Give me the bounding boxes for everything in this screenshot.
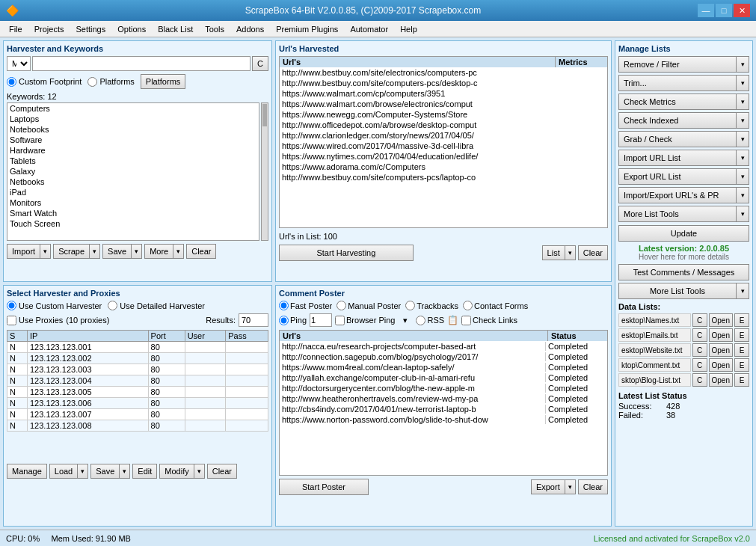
menu-tools[interactable]: Tools	[199, 23, 230, 35]
list-item[interactable]: http://yallah.exchange/computer-club-in-…	[280, 372, 607, 383]
prefix-dropdown[interactable]: M	[7, 56, 31, 71]
test-comments-button[interactable]: Test Comments / Messages	[618, 264, 749, 280]
menu-blacklist[interactable]: Black List	[152, 23, 199, 35]
clear-urls-button[interactable]: Clear	[578, 245, 608, 260]
clear-proxies-button[interactable]: Clear	[207, 464, 237, 479]
export-arrow-button[interactable]: ▾	[565, 479, 576, 494]
list-item[interactable]: http://nacca.eu/research-projects/comput…	[280, 341, 607, 352]
modify-button[interactable]: Modify	[159, 464, 193, 479]
trim-arrow[interactable]: ▾	[736, 75, 749, 91]
maximize-button[interactable]: □	[716, 4, 732, 17]
menu-addons[interactable]: Addons	[230, 23, 270, 35]
data-list-c-btn-4[interactable]: C	[692, 358, 707, 372]
data-list-open-btn-1[interactable]: Open	[709, 313, 733, 327]
list-item[interactable]: Notebooks	[7, 124, 259, 135]
load-arrow-button[interactable]: ▾	[77, 464, 88, 479]
check-metrics-button[interactable]: Check Metrics	[618, 93, 736, 110]
update-button[interactable]: Update	[618, 225, 749, 242]
list-item[interactable]: http://connection.sagepub.com/blog/psych…	[280, 352, 607, 362]
manage-proxies-button[interactable]: Manage	[7, 464, 47, 479]
list-item[interactable]: Netbooks	[7, 177, 259, 187]
menu-automator[interactable]: Automator	[344, 23, 394, 35]
remove-filter-arrow[interactable]: ▾	[736, 56, 749, 73]
list-item[interactable]: http://www.heatheronhertravels.com/revie…	[280, 393, 607, 404]
import-url-arrow[interactable]: ▾	[736, 150, 749, 166]
results-input[interactable]	[239, 313, 268, 327]
export-url-button[interactable]: Export URL List	[618, 168, 736, 185]
list-button[interactable]: List	[542, 245, 565, 260]
data-list-e-btn-5[interactable]: E	[734, 373, 749, 387]
import-arrow-button[interactable]: ▾	[40, 244, 51, 259]
proxy-save-arrow-button[interactable]: ▾	[119, 464, 130, 479]
url-list[interactable]: http://www.bestbuy.com/site/electronics/…	[279, 67, 608, 228]
start-poster-button[interactable]: Start Poster	[279, 479, 369, 495]
data-list-e-btn-4[interactable]: E	[734, 358, 749, 372]
menu-projects[interactable]: Projects	[28, 23, 70, 35]
data-list-e-btn-3[interactable]: E	[734, 343, 749, 357]
scrape-button[interactable]: Scrape	[53, 244, 89, 259]
import-button[interactable]: Import	[7, 244, 40, 259]
minimize-button[interactable]: —	[698, 4, 714, 17]
data-list-e-btn-2[interactable]: E	[734, 328, 749, 342]
contact-forms-radio[interactable]: Contact Forms	[463, 301, 528, 310]
list-item[interactable]: Smart Watch	[7, 208, 259, 218]
fast-poster-radio[interactable]: Fast Poster	[279, 301, 332, 310]
more-list-tools-bottom-button[interactable]: More List Tools	[618, 283, 736, 299]
data-list-open-btn-5[interactable]: Open	[709, 373, 733, 387]
list-item[interactable]: https://www.norton-password.com/blog/sli…	[280, 414, 607, 425]
comment-url-list[interactable]: http://nacca.eu/research-projects/comput…	[279, 341, 608, 476]
list-item[interactable]: Touch Screen	[7, 218, 259, 229]
data-list-e-btn-1[interactable]: E	[734, 313, 749, 327]
check-indexed-button[interactable]: Check Indexed	[618, 112, 736, 129]
import-url-button[interactable]: Import URL List	[618, 150, 736, 166]
list-item[interactable]: http://www.bestbuy.com/site/computers-pc…	[280, 172, 607, 182]
rss-radio[interactable]: RSS	[416, 316, 444, 325]
menu-file[interactable]: File	[3, 23, 28, 35]
data-list-c-btn-1[interactable]: C	[692, 313, 707, 327]
list-item[interactable]: http://www.bestbuy.com/site/electronics/…	[280, 67, 607, 78]
data-list-c-btn-2[interactable]: C	[692, 328, 707, 342]
menu-help[interactable]: Help	[394, 23, 423, 35]
list-item[interactable]: http://cbs4indy.com/2017/04/01/new-terro…	[280, 404, 607, 414]
clear-comment-button[interactable]: Clear	[578, 479, 608, 494]
keyword-input[interactable]	[32, 56, 251, 71]
more-arrow-button[interactable]: ▾	[173, 244, 184, 259]
remove-filter-button[interactable]: Remove / Filter	[618, 56, 736, 73]
check-metrics-arrow[interactable]: ▾	[736, 93, 749, 110]
custom-footprint-radio[interactable]: Custom Footprint	[7, 77, 82, 87]
start-harvesting-button[interactable]: Start Harvesting	[279, 245, 414, 261]
list-item[interactable]: https://www.walmart.com/browse/electroni…	[280, 99, 607, 109]
list-arrow-button[interactable]: ▾	[565, 245, 576, 260]
custom-harvester-radio[interactable]: Use Custom Harvester	[7, 301, 102, 310]
detailed-harvester-radio[interactable]: Use Detailed Harvester	[108, 301, 205, 310]
more-list-tools-bottom-arrow[interactable]: ▾	[736, 283, 749, 299]
ping-radio[interactable]: Ping	[279, 316, 307, 325]
list-item[interactable]: Computers	[7, 103, 259, 114]
grab-check-arrow[interactable]: ▾	[736, 131, 749, 147]
platforms-button[interactable]: Platforms	[141, 74, 185, 89]
clear-prefix-button[interactable]: C	[252, 56, 268, 71]
save-arrow-button[interactable]: ▾	[131, 244, 142, 259]
close-button[interactable]: ✕	[734, 4, 750, 17]
browser-ping-checkbox[interactable]: Browser Ping	[335, 316, 395, 325]
edit-button[interactable]: Edit	[132, 464, 157, 479]
list-item[interactable]: https://www.wired.com/2017/04/massive-3d…	[280, 141, 607, 151]
platforms-radio[interactable]: Platforms	[87, 77, 134, 87]
save-button[interactable]: Save	[102, 244, 131, 259]
list-item[interactable]: https://www.nytimes.com/2017/04/04/educa…	[280, 151, 607, 162]
data-list-open-btn-3[interactable]: Open	[709, 343, 733, 357]
list-item[interactable]: Galaxy	[7, 166, 259, 177]
grab-check-button[interactable]: Grab / Check	[618, 131, 736, 147]
clear-keywords-button[interactable]: Clear	[186, 244, 216, 259]
data-list-c-btn-5[interactable]: C	[692, 373, 707, 387]
more-list-tools-top-arrow[interactable]: ▾	[736, 206, 749, 222]
use-proxies-checkbox[interactable]: Use Proxies	[7, 316, 63, 325]
list-item[interactable]: http://www.bestbuy.com/site/computers-pc…	[280, 78, 607, 88]
trim-button[interactable]: Trim...	[618, 75, 736, 91]
list-item[interactable]: https://www.walmart.com/cp/computers/395…	[280, 88, 607, 99]
list-item[interactable]: http://www.clarionledger.com/story/news/…	[280, 130, 607, 141]
load-button[interactable]: Load	[49, 464, 77, 479]
more-button[interactable]: More	[144, 244, 173, 259]
export-button[interactable]: Export	[531, 479, 565, 494]
menu-options[interactable]: Options	[111, 23, 152, 35]
